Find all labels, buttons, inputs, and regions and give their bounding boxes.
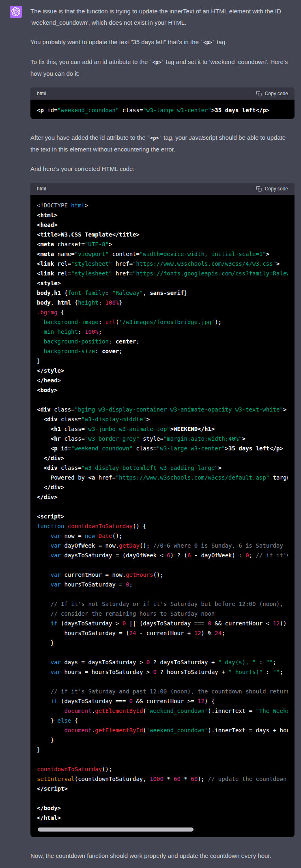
inline-code: <p> [153,60,161,65]
inline-code: <p> [203,40,212,45]
code-language-label: html [37,88,46,99]
copy-code-button[interactable]: Copy code [256,186,288,192]
copy-code-label: Copy code [265,91,288,96]
openai-logo-icon [11,7,20,16]
avatar [10,6,22,18]
copy-code-button[interactable]: Copy code [256,91,288,97]
code-block: html Copy code <p id="weekend_coundown" … [30,87,295,119]
code-block-header: html Copy code [30,87,295,100]
copy-code-label: Copy code [265,186,288,192]
code-content: <!DOCTYPE html><html><head><title>W3.CSS… [37,200,288,823]
copy-icon [256,186,262,192]
code-block-body[interactable]: <p id="weekend_coundown" class="w3-large… [30,100,295,119]
assistant-paragraph: The issue is that the function is trying… [30,6,295,28]
message-content: The issue is that the function is trying… [30,6,295,868]
assistant-paragraph: Now, the countdown function should work … [30,850,295,862]
code-block-body[interactable]: <!DOCTYPE html><html><head><title>W3.CSS… [30,195,295,837]
inline-code: <p> [150,135,159,141]
assistant-message: The issue is that the function is trying… [0,0,301,868]
assistant-paragraph: To fix this, you can add an id attribute… [30,56,295,79]
code-language-label: html [37,183,46,194]
copy-icon [256,91,262,97]
horizontal-scrollbar-thumb[interactable] [38,827,194,832]
code-content: <p id="weekend_coundown" class="w3-large… [37,105,288,115]
assistant-paragraph: After you have added the id attribute to… [30,132,295,155]
assistant-paragraph: And here's your corrected HTML code: [30,163,295,175]
code-block-header: html Copy code [30,183,295,195]
code-block: html Copy code <!DOCTYPE html><html><hea… [30,183,295,837]
assistant-paragraph: You probably want to update the text "35… [30,36,295,48]
